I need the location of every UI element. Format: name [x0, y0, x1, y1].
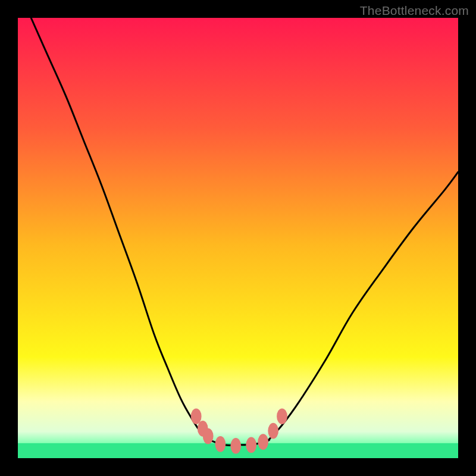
valley-marker — [215, 436, 226, 452]
valley-marker — [277, 408, 287, 424]
bottleneck-curve — [31, 18, 458, 445]
valley-marker — [230, 438, 241, 454]
valley-marker — [268, 423, 278, 439]
curve-layer — [18, 18, 458, 458]
plot-area — [18, 18, 458, 458]
valley-marker — [203, 428, 214, 444]
valley-marker — [246, 437, 256, 453]
valley-marker — [191, 408, 202, 424]
watermark-text: TheBottleneck.com — [360, 4, 469, 18]
outer-frame: TheBottleneck.com — [0, 0, 476, 476]
valley-marker — [258, 434, 268, 450]
